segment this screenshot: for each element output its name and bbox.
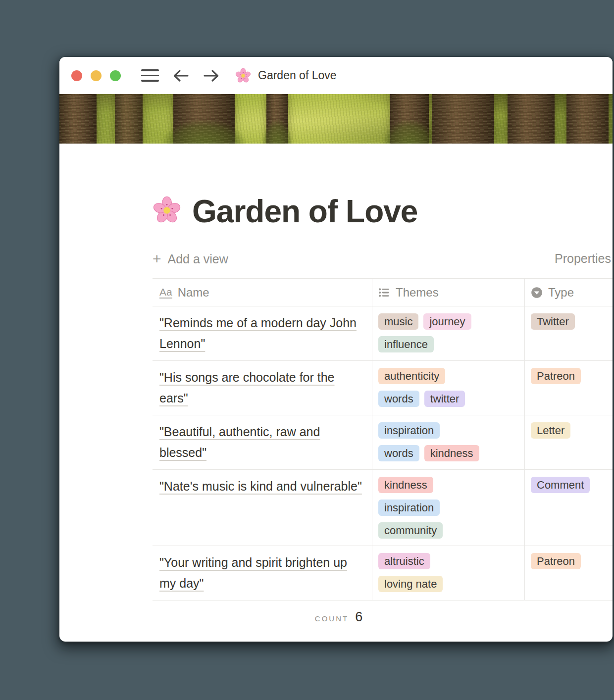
table-row: "Reminds me of a modern day John Lennon"… [153, 306, 613, 361]
themes-cell[interactable]: altruisticloving nate [372, 546, 525, 600]
type-tag: Letter [531, 422, 570, 439]
zoom-window-button[interactable] [110, 70, 121, 81]
tree-trunk [266, 94, 288, 144]
themes-cell[interactable]: musicjourneyinfluence [372, 306, 525, 360]
type-tag: Patreon [531, 553, 581, 569]
theme-tag: words [378, 445, 419, 461]
type-cell[interactable]: Comment [525, 470, 613, 546]
title-text-icon: Aa [159, 286, 172, 299]
table-row: "Nate's music is kind and vulnerable"kin… [153, 470, 613, 546]
column-header-name[interactable]: Aa Name [153, 279, 372, 306]
tree-trunk [390, 94, 429, 144]
type-tag: Patreon [531, 368, 581, 384]
tree-trunk [432, 94, 494, 144]
cherry-blossom-icon [235, 68, 251, 84]
theme-tag: authenticity [378, 368, 445, 384]
add-view-label: Add a view [168, 252, 228, 266]
tree-trunk [59, 94, 97, 144]
page-title-text: Garden of Love [192, 193, 417, 230]
theme-tag: twitter [424, 391, 465, 407]
page-title: Garden of Love [153, 193, 613, 230]
plus-icon: + [153, 251, 161, 266]
count-value: 6 [355, 609, 362, 625]
app-window: Garden of Love [59, 57, 613, 642]
theme-tag: influence [378, 336, 434, 352]
theme-tag: altruistic [378, 553, 430, 569]
menu-icon[interactable] [141, 69, 159, 82]
theme-tag: inspiration [378, 422, 440, 439]
name-cell[interactable]: "Beautiful, authentic, raw and blessed" [153, 415, 372, 469]
row-title-link[interactable]: "His songs are chocolate for the ears" [159, 370, 335, 405]
row-title-link[interactable]: "Reminds me of a modern day John Lennon" [159, 316, 357, 350]
multi-select-list-icon [378, 287, 390, 299]
theme-tag: inspiration [378, 500, 440, 516]
database-table: Aa Name Themes [153, 278, 613, 636]
type-cell[interactable]: Letter [525, 415, 613, 469]
type-tag: Twitter [531, 313, 575, 330]
themes-cell[interactable]: kindnessinspirationcommunity [372, 470, 525, 546]
themes-cell[interactable]: authenticitywordstwitter [372, 361, 525, 415]
theme-tag: kindness [378, 477, 433, 493]
theme-tag: community [378, 522, 443, 539]
select-dropdown-icon [531, 287, 543, 299]
theme-tag: words [378, 391, 419, 407]
row-title-link[interactable]: "Nate's music is kind and vulnerable" [159, 479, 362, 493]
theme-tag: music [378, 313, 418, 330]
cherry-blossom-icon [153, 196, 181, 227]
column-label: Name [178, 286, 209, 300]
minimize-window-button[interactable] [91, 70, 102, 81]
tree-trunk [115, 94, 143, 144]
type-cell[interactable]: Patreon [525, 546, 613, 600]
view-toolbar: + Add a view Properties [153, 248, 613, 270]
type-cell[interactable]: Patreon [525, 361, 613, 415]
tree-trunk [173, 94, 235, 144]
tree-trunk [566, 94, 609, 144]
forward-arrow-icon[interactable] [203, 68, 220, 83]
add-view-button[interactable]: + Add a view [153, 251, 228, 266]
name-cell[interactable]: "Reminds me of a modern day John Lennon" [153, 306, 372, 360]
table-row: "Beautiful, authentic, raw and blessed"i… [153, 415, 613, 470]
theme-tag: journey [423, 313, 471, 330]
count-footer[interactable]: COUNT 6 [153, 600, 525, 636]
window-title: Garden of Love [258, 69, 337, 82]
name-cell[interactable]: "His songs are chocolate for the ears" [153, 361, 372, 415]
column-label: Type [548, 286, 574, 300]
column-header-themes[interactable]: Themes [372, 279, 525, 306]
window-titlebar: Garden of Love [59, 57, 613, 94]
properties-button[interactable]: Properties [555, 251, 611, 266]
tree-trunk [508, 94, 555, 144]
theme-tag: loving nate [378, 576, 443, 592]
column-label: Themes [396, 286, 439, 300]
name-cell[interactable]: "Nate's music is kind and vulnerable" [153, 470, 372, 546]
column-header-type[interactable]: Type [525, 279, 613, 306]
table-body: "Reminds me of a modern day John Lennon"… [153, 306, 613, 600]
back-arrow-icon[interactable] [172, 68, 190, 83]
desktop-background: { "window": { "titlebar": { "title": "Ga… [0, 0, 614, 700]
type-tag: Comment [531, 477, 590, 493]
row-title-link[interactable]: "Your writing and spirit brighten up my … [159, 555, 347, 590]
themes-cell[interactable]: inspirationwordskindness [372, 415, 525, 469]
table-row: "Your writing and spirit brighten up my … [153, 546, 613, 600]
name-cell[interactable]: "Your writing and spirit brighten up my … [153, 546, 372, 600]
count-label: COUNT [315, 614, 349, 623]
table-header-row: Aa Name Themes [153, 278, 613, 306]
theme-tag: kindness [424, 445, 479, 461]
cover-image [59, 94, 613, 144]
type-cell[interactable]: Twitter [525, 306, 613, 360]
close-window-button[interactable] [71, 70, 82, 81]
row-title-link[interactable]: "Beautiful, authentic, raw and blessed" [159, 425, 320, 459]
table-row: "His songs are chocolate for the ears"au… [153, 361, 613, 415]
